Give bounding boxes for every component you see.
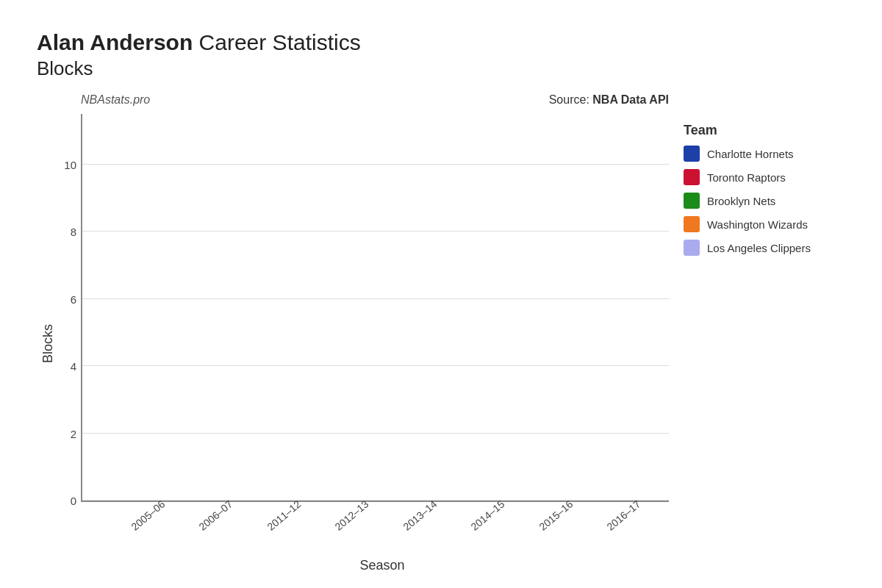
x-label: 2013–14: [401, 498, 439, 532]
legend-color-box: [684, 146, 700, 162]
legend-color-box: [684, 193, 700, 209]
legend-color-box: [684, 169, 700, 185]
x-label: 2014–15: [469, 498, 507, 532]
chart-subtitle: Blocks: [37, 57, 845, 80]
player-name: Alan Anderson: [37, 30, 193, 54]
x-label-group: 2006–07: [179, 505, 247, 523]
legend-title: Team: [684, 123, 845, 138]
title-block: Alan Anderson Career Statistics Blocks: [37, 29, 845, 80]
chart-area: NBAstats.pro Source: NBA Data API Blocks…: [37, 93, 845, 573]
legend-color-box: [684, 216, 700, 232]
grid-and-bars: 0246810: [81, 114, 669, 502]
x-label: 2005–06: [129, 498, 167, 532]
legend-label: Charlotte Hornets: [707, 148, 794, 160]
x-axis-labels: 2005–062006–072011–122012–132013–142014–…: [96, 505, 669, 523]
plot-container: Blocks 0246810 2005–062006–072011–122012…: [37, 114, 669, 573]
legend-item: Washington Wizards: [684, 216, 845, 232]
y-tick-label: 0: [71, 495, 76, 507]
x-label: 2012–13: [333, 498, 371, 532]
legend-item: Charlotte Hornets: [684, 146, 845, 162]
legend-item: Toronto Raptors: [684, 169, 845, 185]
bars-row: [82, 114, 669, 501]
x-axis-title: Season: [96, 558, 669, 573]
legend-label: Toronto Raptors: [707, 171, 786, 184]
y-tick-label: 2: [71, 427, 76, 440]
source-api: Source: NBA Data API: [549, 93, 669, 107]
x-label: 2011–12: [265, 498, 303, 532]
y-axis-label: Blocks: [37, 114, 59, 573]
source-nbastats: NBAstats.pro: [81, 93, 150, 107]
source-row: NBAstats.pro Source: NBA Data API: [37, 93, 669, 107]
plot-inner: 0246810 2005–062006–072011–122012–132013…: [66, 114, 669, 573]
x-label-group: 2015–16: [518, 505, 587, 523]
legend-label: Los Angeles Clippers: [707, 242, 811, 254]
y-tick-label: 6: [71, 293, 76, 305]
legend-item: Los Angeles Clippers: [684, 240, 845, 256]
x-label-group: 2005–06: [110, 505, 179, 523]
main-title: Alan Anderson Career Statistics: [37, 29, 845, 56]
legend: Team Charlotte HornetsToronto RaptorsBro…: [684, 123, 845, 573]
legend-item: Brooklyn Nets: [684, 193, 845, 209]
x-label-group: 2013–14: [382, 505, 451, 523]
title-suffix: Career Statistics: [193, 30, 360, 54]
x-label: 2015–16: [537, 498, 575, 532]
x-label-group: 2014–15: [451, 505, 519, 523]
legend-label: Brooklyn Nets: [707, 195, 775, 207]
legend-color-box: [684, 240, 700, 256]
y-tick-label: 4: [71, 360, 76, 373]
x-label: 2016–17: [605, 498, 643, 532]
y-tick-label: 8: [71, 226, 76, 238]
x-label-group: 2016–17: [587, 505, 655, 523]
x-label-group: 2011–12: [246, 505, 315, 523]
x-label-group: 2012–13: [315, 505, 383, 523]
x-label: 2006–07: [197, 498, 235, 532]
chart-main: NBAstats.pro Source: NBA Data API Blocks…: [37, 93, 669, 573]
page: Alan Anderson Career Statistics Blocks N…: [0, 0, 882, 588]
legend-items: Charlotte HornetsToronto RaptorsBrooklyn…: [684, 146, 845, 256]
legend-label: Washington Wizards: [707, 218, 808, 231]
y-tick-label: 10: [64, 158, 76, 171]
